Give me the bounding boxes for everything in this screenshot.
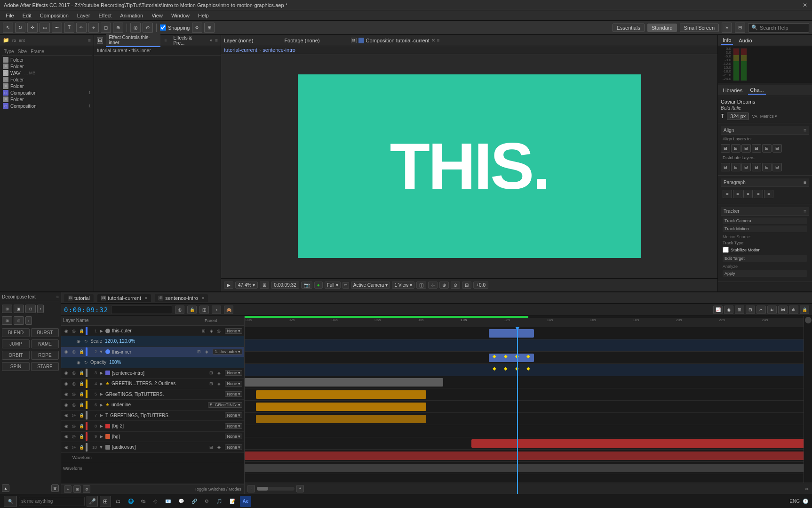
workspace-more[interactable]: » <box>722 23 732 33</box>
layer-row[interactable]: ◉ ↻ Scale 120.0, 120.0% <box>61 336 244 347</box>
expand-icon[interactable]: ▶ <box>98 423 104 429</box>
tab-tutorial-current[interactable]: ⊟ tutorial-current ≡ <box>97 294 151 302</box>
decompose-expand[interactable]: » <box>56 294 59 299</box>
eye-icon[interactable]: ◉ <box>63 412 70 419</box>
menu-view[interactable]: View <box>148 12 167 19</box>
layer-switch1[interactable]: ⊞ <box>196 348 202 355</box>
paragraph-menu[interactable]: ≡ <box>804 180 806 185</box>
close-button[interactable]: ✕ <box>802 2 808 8</box>
layer-row[interactable]: ◉ ◎ 🔒 5 ▶ GReeTINGS, TipTUTTERS. None ▾ <box>61 389 244 400</box>
font-size-value[interactable]: 324 px <box>727 113 749 120</box>
dist-right[interactable]: ⊟ <box>741 163 751 171</box>
lock-btn[interactable]: 🔒 <box>187 306 197 314</box>
parent-dropdown[interactable]: None ▾ <box>225 423 242 429</box>
snap-options[interactable]: ⚙ <box>192 23 202 33</box>
taskbar-search[interactable]: 🔍 <box>4 496 17 507</box>
toggle-btn1[interactable]: ◫ <box>416 282 426 289</box>
toggle-btn3[interactable]: ⊕ <box>439 282 449 289</box>
para-justify[interactable]: ≡ <box>754 190 763 198</box>
tab-info[interactable]: Info <box>721 36 733 45</box>
menu-file[interactable]: File <box>2 12 18 19</box>
parent-dropdown[interactable]: None ▾ <box>225 434 242 439</box>
rotate-tool[interactable]: ↻ <box>15 23 25 33</box>
ctrl-btn4[interactable]: ↕ <box>37 305 44 313</box>
roi-btn[interactable]: ▭ <box>342 282 349 289</box>
shy-btn[interactable]: 🙈 <box>224 306 233 314</box>
set-out[interactable]: ⊟ <box>746 306 755 314</box>
motion-blur[interactable]: ≋ <box>767 306 777 314</box>
solo-icon[interactable]: ◎ <box>71 423 77 429</box>
dist-bottom[interactable]: ⊟ <box>772 163 782 171</box>
layer-row[interactable]: ◉ ◎ 🔒 1 ▶ this-outer ⊞ ◈ ◎ <box>61 326 244 336</box>
eye-icon[interactable]: ◉ <box>63 328 70 334</box>
menu-composition[interactable]: Composition <box>36 12 72 19</box>
parent-dropdown[interactable]: None ▾ <box>225 328 242 334</box>
ctrl-btn6[interactable]: ⊟ <box>14 316 24 325</box>
layer-row[interactable]: ◉ ◎ 🔒 7 ▶ T GREETINGS, TipTUTTERS. None … <box>61 411 244 421</box>
toggle-switches-label[interactable]: Toggle Switches / Modes <box>194 487 241 492</box>
list-item[interactable]: C Composition 1 <box>2 103 92 109</box>
solo-mode[interactable]: ◉ <box>724 306 733 314</box>
eraser-tool[interactable]: ◻ <box>101 23 111 33</box>
toggle-btn2[interactable]: ⊹ <box>428 282 438 289</box>
parent-dropdown[interactable]: None ▾ <box>225 444 242 450</box>
apply-btn[interactable]: Apply <box>723 270 807 277</box>
menu-animation[interactable]: Animation <box>116 12 147 19</box>
align-bottom[interactable]: ⊟ <box>772 144 782 153</box>
taskbar-app6[interactable]: 🎵 <box>214 498 225 505</box>
workspace-small[interactable]: Small Screen <box>680 24 719 32</box>
tab-audio[interactable]: Audio <box>737 37 754 44</box>
taskbar-chrome[interactable]: ◎ <box>151 498 160 505</box>
eye-icon[interactable]: ◉ <box>63 348 70 355</box>
search-layer[interactable] <box>111 306 172 314</box>
layer-switch1[interactable]: ⊞ <box>200 328 207 334</box>
anchor-tool[interactable]: ✛ <box>27 23 38 33</box>
align-center-h[interactable]: ⊟ <box>731 144 740 153</box>
eye-icon[interactable]: ◉ <box>63 433 70 440</box>
taskbar-app3[interactable]: 💬 <box>175 498 187 505</box>
tab-effect-controls[interactable]: Effect Controls this-inner <box>106 34 160 47</box>
track-motion-btn[interactable]: Track Motion <box>723 226 807 232</box>
layer-switch1[interactable]: ⊞ <box>208 380 215 387</box>
menu-window[interactable]: Window <box>167 12 193 19</box>
puppet-tool[interactable]: ⊕ <box>113 23 123 33</box>
align-right[interactable]: ⊟ <box>741 144 751 153</box>
comp-tab-close[interactable]: ✕ <box>431 38 435 43</box>
comp-tab[interactable]: Composition tutorial-current <box>366 38 430 43</box>
stabilize-checkbox[interactable] <box>723 247 729 253</box>
parent-dropdown[interactable]: None ▾ <box>225 391 242 397</box>
lock-icon[interactable]: 🔒 <box>78 444 85 451</box>
orbit-btn[interactable]: ORBIT <box>2 351 30 360</box>
list-item[interactable]: F Folder <box>2 56 92 63</box>
list-item[interactable]: F Folder <box>2 83 92 89</box>
align-center-v[interactable]: ⊟ <box>762 144 772 153</box>
refresh-icon[interactable]: ↻ <box>83 338 89 345</box>
expand-icon[interactable]: ▶ <box>98 412 104 419</box>
view-select[interactable]: 1 View ▾ <box>392 282 414 289</box>
solo-icon[interactable]: ◎ <box>71 402 77 408</box>
lock-icon[interactable]: 🔒 <box>78 412 85 419</box>
footage-tab[interactable]: Footage (none) <box>284 38 319 43</box>
lock-icon[interactable]: 🔒 <box>78 380 85 387</box>
tab-characters[interactable]: Cha... <box>748 86 765 95</box>
tab-close2[interactable]: ≡ <box>202 296 204 300</box>
taskbar-app5[interactable]: ⚙ <box>202 498 212 505</box>
ram-preview-btn[interactable]: ▶ <box>224 282 233 289</box>
expand-icon[interactable]: ▶ <box>98 380 104 387</box>
lock-icon[interactable]: 🔒 <box>78 423 85 429</box>
solo-icon[interactable]: ◎ <box>71 348 77 355</box>
pen-tool[interactable]: ✒ <box>52 23 62 33</box>
zoom-slider[interactable] <box>257 487 295 491</box>
tab-tutorial[interactable]: ⊟ tutorial <box>64 294 94 302</box>
snapping-checkbox[interactable] <box>160 24 166 31</box>
lock-icon[interactable]: 🔒 <box>78 328 85 334</box>
rope-btn[interactable]: ROPE <box>31 351 59 360</box>
layer-row[interactable]: ◉ ◎ 🔒 8 ▶ [bg 2] None ▾ <box>61 421 244 431</box>
dist-center-v[interactable]: ⊟ <box>762 163 772 171</box>
effects-tab[interactable]: ent <box>19 38 25 43</box>
dist-center-h[interactable]: ⊟ <box>731 163 740 171</box>
audio-btn[interactable]: ♪ <box>212 306 221 314</box>
menu-layer[interactable]: Layer <box>73 12 94 19</box>
para-justify-all[interactable]: ≡ <box>764 190 773 198</box>
tracker-menu[interactable]: ≡ <box>804 209 806 214</box>
